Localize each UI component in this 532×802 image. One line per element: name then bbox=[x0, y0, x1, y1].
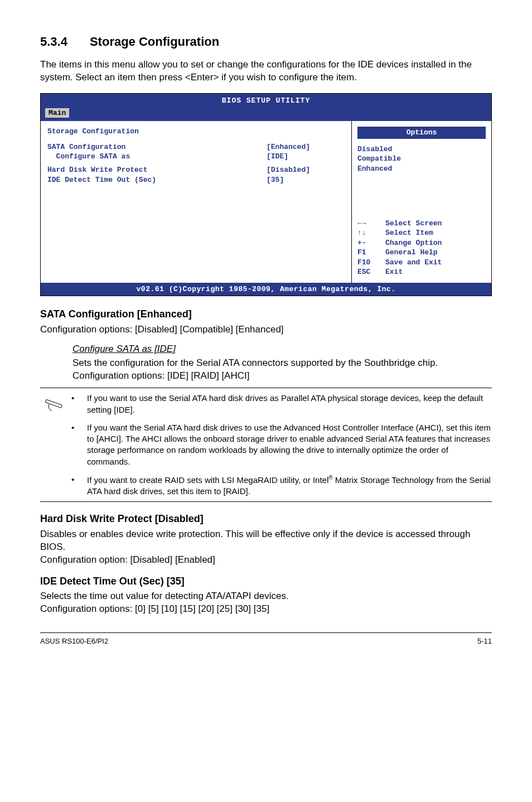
bios-left-header: Storage Configuration bbox=[47, 127, 345, 137]
ide-text: Selects the time out value for detecting… bbox=[40, 590, 492, 603]
bios-row-configure-sata-as[interactable]: Configure SATA as [IDE] bbox=[47, 152, 345, 162]
registered-mark: ® bbox=[328, 475, 332, 481]
ide-heading: IDE Detect Time Out (Sec) [35] bbox=[40, 574, 492, 588]
bios-options-header: Options bbox=[357, 127, 486, 139]
note-bullet-1: •If you want to use the Serial ATA hard … bbox=[71, 393, 492, 416]
bios-row-value: [Enhanced] bbox=[267, 142, 345, 152]
page-footer: ASUS RS100-E6/PI2 5-11 bbox=[40, 632, 492, 646]
bios-help-row: ↑↓Select Item bbox=[357, 228, 486, 238]
configure-sata-heading: Configure SATA as [IDE] bbox=[72, 343, 492, 356]
bios-row-label: IDE Detect Time Out (Sec) bbox=[47, 175, 267, 185]
note-bullet-3: •If you want to create RAID sets with LS… bbox=[71, 474, 492, 497]
note-icon bbox=[40, 393, 71, 497]
bios-tab-main[interactable]: Main bbox=[45, 108, 69, 118]
footer-page: 5-11 bbox=[477, 636, 492, 646]
bios-row-hd-write-protect[interactable]: Hard Disk Write Protect [Disabled] bbox=[47, 165, 345, 175]
bios-right-pane: Options Disabled Compatible Enhanced ←→S… bbox=[352, 121, 491, 282]
bios-row-value: [35] bbox=[267, 175, 345, 185]
bios-row-label: Hard Disk Write Protect bbox=[47, 165, 267, 175]
bios-top-bar: BIOS SETUP UTILITY bbox=[41, 94, 491, 108]
sata-config-heading: SATA Configuration [Enhanced] bbox=[40, 307, 492, 321]
bios-row-value: [Disabled] bbox=[267, 165, 345, 175]
sata-config-text: Configuration options: [Disabled] [Compa… bbox=[40, 323, 492, 336]
note-box: •If you want to use the Serial ATA hard … bbox=[40, 388, 492, 502]
section-title-text: Storage Configuration bbox=[90, 35, 219, 49]
bios-title: BIOS SETUP UTILITY bbox=[45, 96, 487, 106]
bios-option[interactable]: Disabled bbox=[357, 144, 486, 154]
bios-left-pane: Storage Configuration SATA Configuration… bbox=[41, 121, 352, 282]
intro-paragraph: The items in this menu allow you to set … bbox=[40, 58, 492, 85]
footer-product: ASUS RS100-E6/PI2 bbox=[40, 636, 477, 646]
bios-row-label: Configure SATA as bbox=[47, 152, 267, 162]
bios-help-row: ESCExit bbox=[357, 267, 486, 277]
hdwp-heading: Hard Disk Write Protect [Disabled] bbox=[40, 512, 492, 525]
ide-text2: Configuration options: [0] [5] [10] [15]… bbox=[40, 603, 492, 616]
bios-help-row: ←→Select Screen bbox=[357, 219, 486, 229]
section-number: 5.3.4 bbox=[40, 33, 67, 50]
configure-sata-text: Sets the configuration for the Serial AT… bbox=[72, 357, 492, 383]
bios-help-row: F10Save and Exit bbox=[357, 258, 486, 268]
bios-option[interactable]: Compatible bbox=[357, 154, 486, 164]
section-heading: 5.3.4Storage Configuration bbox=[40, 33, 492, 50]
bios-row-value: [IDE] bbox=[267, 152, 345, 162]
bios-option[interactable]: Enhanced bbox=[357, 164, 486, 174]
bios-screenshot: BIOS SETUP UTILITY Main Storage Configur… bbox=[40, 93, 492, 296]
bios-help-row: +-Change Option bbox=[357, 238, 486, 248]
hdwp-text2: Configuration option: [Disabled] [Enable… bbox=[40, 554, 492, 567]
bios-row-label: SATA Configuration bbox=[47, 142, 267, 152]
bios-row-ide-timeout[interactable]: IDE Detect Time Out (Sec) [35] bbox=[47, 175, 345, 185]
bios-help-row: F1General Help bbox=[357, 248, 486, 258]
note-bullet-2: •If you want the Serial ATA hard disk dr… bbox=[71, 422, 492, 467]
bios-footer: v02.61 (C)Copyright 1985-2009, American … bbox=[41, 283, 491, 296]
bios-tab-row: Main bbox=[41, 108, 491, 122]
hdwp-text: Disables or enables device write protect… bbox=[40, 528, 492, 554]
bios-row-sata-config[interactable]: SATA Configuration [Enhanced] bbox=[47, 142, 345, 152]
